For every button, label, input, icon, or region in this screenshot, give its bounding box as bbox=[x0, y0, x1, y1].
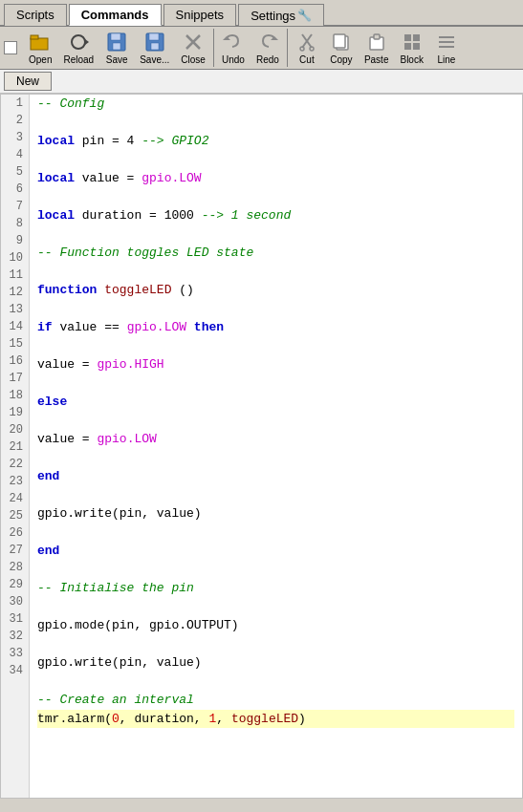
line-number-20: 20 bbox=[7, 421, 23, 438]
svg-rect-5 bbox=[113, 43, 120, 50]
save-as-label: Save... bbox=[140, 54, 169, 65]
tab-settings[interactable]: Settings 🔧 bbox=[238, 4, 324, 26]
svg-point-15 bbox=[300, 47, 304, 51]
line-number-32: 32 bbox=[7, 628, 23, 645]
reload-label: Reload bbox=[63, 54, 94, 65]
cut-button[interactable]: Cut bbox=[290, 29, 324, 67]
copy-button[interactable]: Copy bbox=[324, 29, 359, 67]
save-button[interactable]: Save bbox=[99, 29, 134, 67]
line-number-19: 19 bbox=[7, 404, 23, 421]
settings-icon: 🔧 bbox=[297, 9, 312, 22]
line-number-26: 26 bbox=[7, 524, 23, 542]
line-number-25: 25 bbox=[7, 507, 23, 524]
open-label: Open bbox=[29, 54, 52, 65]
line-number-3: 3 bbox=[7, 129, 23, 146]
code-content[interactable]: -- Config local pin = 4 --> GPIO2 local … bbox=[30, 95, 522, 798]
line-icon bbox=[435, 31, 458, 53]
line-number-6: 6 bbox=[7, 181, 23, 198]
code-line-13: if value == gpio.LOW then bbox=[37, 318, 514, 337]
new-tab[interactable]: New bbox=[4, 72, 52, 91]
code-line-12 bbox=[37, 300, 514, 319]
paste-button[interactable]: Paste bbox=[359, 29, 395, 67]
svg-rect-21 bbox=[404, 34, 411, 41]
line-number-31: 31 bbox=[7, 610, 23, 628]
svg-rect-8 bbox=[151, 43, 159, 50]
line-number-21: 21 bbox=[7, 438, 23, 456]
line-number-33: 33 bbox=[7, 645, 23, 662]
code-line-3: local pin = 4 --> GPIO2 bbox=[37, 132, 514, 151]
close-icon bbox=[182, 31, 205, 53]
code-line-4 bbox=[37, 151, 514, 170]
line-number-12: 12 bbox=[7, 284, 23, 301]
code-line-16 bbox=[37, 374, 514, 394]
svg-rect-4 bbox=[111, 33, 120, 40]
svg-rect-23 bbox=[404, 43, 411, 50]
paste-icon bbox=[365, 31, 388, 53]
code-line-1: -- Config bbox=[37, 95, 514, 114]
svg-rect-24 bbox=[413, 43, 420, 50]
svg-rect-22 bbox=[413, 34, 420, 41]
code-line-21: end bbox=[37, 467, 514, 486]
line-button[interactable]: Line bbox=[429, 29, 464, 67]
line-number-28: 28 bbox=[7, 559, 23, 576]
save-as-icon bbox=[143, 31, 166, 53]
undo-button[interactable]: Undo bbox=[216, 29, 251, 67]
code-line-32 bbox=[37, 673, 514, 692]
tab-bar: Scripts Commands Snippets Settings 🔧 bbox=[0, 0, 523, 27]
tab-scripts[interactable]: Scripts bbox=[4, 4, 67, 26]
line-number-27: 27 bbox=[7, 542, 23, 559]
code-line-20 bbox=[37, 449, 514, 468]
code-line-18 bbox=[37, 412, 514, 431]
code-line-15: value = gpio.HIGH bbox=[37, 355, 514, 374]
undo-label: Undo bbox=[222, 54, 245, 65]
cut-icon bbox=[295, 31, 318, 53]
open-icon bbox=[29, 31, 52, 53]
code-line-23: gpio.write(pin, value) bbox=[37, 504, 514, 524]
sub-toolbar: New bbox=[0, 70, 523, 94]
code-line-30 bbox=[37, 635, 514, 654]
editor[interactable]: 1234567891011121314151617181920212223242… bbox=[0, 94, 523, 799]
tab-commands[interactable]: Commands bbox=[69, 4, 162, 26]
code-line-19: value = gpio.LOW bbox=[37, 430, 514, 449]
code-line-5: local value = gpio.LOW bbox=[37, 169, 514, 188]
block-label: Block bbox=[400, 54, 423, 65]
svg-rect-18 bbox=[334, 34, 345, 48]
block-button[interactable]: Block bbox=[394, 29, 428, 67]
line-number-7: 7 bbox=[7, 198, 23, 215]
tab-snippets[interactable]: Snippets bbox=[163, 4, 237, 26]
svg-rect-7 bbox=[149, 33, 159, 40]
code-line-17: else bbox=[37, 393, 514, 412]
toolbar-checkbox[interactable] bbox=[4, 41, 17, 54]
code-line-31: gpio.write(pin, value) bbox=[37, 653, 514, 673]
line-number-1: 1 bbox=[7, 95, 23, 112]
line-number-34: 34 bbox=[7, 662, 23, 679]
code-line-10 bbox=[37, 263, 514, 282]
line-number-11: 11 bbox=[7, 267, 23, 284]
block-icon bbox=[401, 31, 424, 53]
close-label: Close bbox=[181, 54, 206, 65]
copy-label: Copy bbox=[330, 54, 352, 65]
code-line-29: gpio.mode(pin, gpio.OUTPUT) bbox=[37, 616, 514, 635]
line-number-30: 30 bbox=[7, 593, 23, 610]
line-number-17: 17 bbox=[7, 370, 23, 387]
line-number-8: 8 bbox=[7, 215, 23, 232]
code-line-33: -- Create an interval bbox=[37, 691, 514, 710]
code-line-8 bbox=[37, 225, 514, 245]
toolbar-sep-2 bbox=[287, 29, 288, 67]
svg-rect-1 bbox=[31, 35, 38, 39]
save-icon bbox=[105, 31, 128, 53]
svg-rect-20 bbox=[374, 34, 380, 39]
save-as-button[interactable]: Save... bbox=[134, 29, 175, 67]
code-line-6 bbox=[37, 188, 514, 207]
code-line-22 bbox=[37, 486, 514, 505]
redo-label: Redo bbox=[256, 54, 279, 65]
paste-label: Paste bbox=[364, 54, 389, 65]
close-button[interactable]: Close bbox=[175, 29, 211, 67]
svg-rect-0 bbox=[31, 38, 48, 50]
open-button[interactable]: Open bbox=[23, 29, 57, 67]
code-area: 1234567891011121314151617181920212223242… bbox=[1, 95, 522, 798]
line-number-23: 23 bbox=[7, 473, 23, 490]
redo-button[interactable]: Redo bbox=[251, 29, 285, 67]
reload-button[interactable]: Reload bbox=[57, 29, 99, 67]
save-label: Save bbox=[106, 54, 128, 65]
